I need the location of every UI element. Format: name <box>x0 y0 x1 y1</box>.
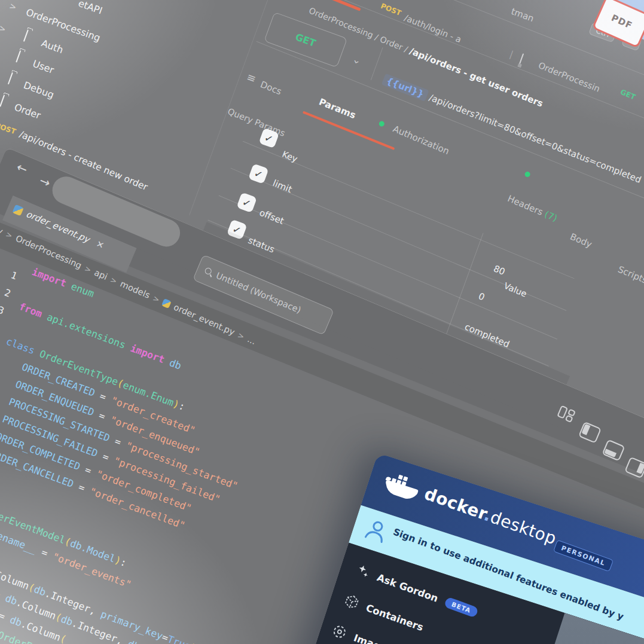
chevron-right-icon: > <box>83 264 93 274</box>
column-header-value: Value <box>502 281 528 299</box>
chevron-right-icon: > <box>109 275 118 286</box>
method-get-label: GET <box>294 31 318 49</box>
sidebar-folder-order[interactable]: Order <box>13 101 42 121</box>
docker-whale-icon <box>381 469 422 505</box>
collection-tab-icon <box>518 53 524 65</box>
tab-headers[interactable]: Headers (7) <box>506 193 558 224</box>
brand-docker: docker <box>422 484 489 523</box>
headers-label: Headers <box>506 193 545 218</box>
ask-gordon-label: Ask Gordon <box>376 572 439 605</box>
active-tab-indicator <box>325 0 361 11</box>
docs-icon: ≡ <box>245 70 258 85</box>
folder-icon <box>0 94 5 106</box>
url-variable-chip[interactable]: {{url}} <box>381 74 429 102</box>
images-label: Images <box>352 632 394 644</box>
sidebar-item-containers[interactable]: Containers <box>343 593 426 634</box>
divider <box>371 47 383 80</box>
customize-layout-icon[interactable] <box>556 405 577 425</box>
chevron-expand-icon[interactable]: > <box>8 1 17 12</box>
images-icon <box>330 622 349 641</box>
postman-app-title-fragment: tman <box>509 6 535 24</box>
request-method-post: POST <box>0 121 17 136</box>
tab-auth-login[interactable]: /auth/login - a <box>403 13 463 44</box>
beta-badge: BETA <box>444 597 478 618</box>
person-icon <box>362 515 392 545</box>
params-modified-dot <box>379 120 386 127</box>
tab-authorization[interactable]: Authorization <box>391 123 451 157</box>
headers-count: (7) <box>543 209 559 224</box>
search-icon <box>203 267 213 277</box>
folder-icon <box>16 50 21 62</box>
tab-params[interactable]: Params <box>318 96 358 121</box>
sidebar-item-images[interactable]: Images <box>330 622 394 644</box>
plan-badge: PERSONAL <box>553 539 614 572</box>
chevron-expand-icon[interactable]: > <box>0 23 7 34</box>
python-file-icon <box>12 204 24 216</box>
folder-icon <box>23 29 29 41</box>
composite-screenshot: order_event.py ✕ Py > OrderProcessing > … <box>0 0 644 644</box>
row-checkbox[interactable]: ✓ <box>248 163 269 184</box>
navigate-forward-icon[interactable]: → <box>37 173 53 191</box>
tab-body[interactable]: Body <box>569 231 594 250</box>
tab-docs[interactable]: Docs <box>259 79 283 97</box>
sidebar-collection-fragment[interactable]: etAPI <box>77 0 103 17</box>
tab-scripts[interactable]: Scripts <box>616 264 644 286</box>
chevron-down-icon[interactable]: ⌄ <box>351 53 363 67</box>
close-tab-icon[interactable]: ✕ <box>94 239 106 251</box>
pdf-label: PDF <box>610 13 634 31</box>
sidebar-folder-debug[interactable]: Debug <box>22 80 56 101</box>
folder-icon <box>8 72 13 84</box>
brand-desktop: desktop <box>488 507 560 549</box>
divider <box>316 0 644 300</box>
tab-separator: | <box>508 48 515 60</box>
python-file-icon <box>161 298 172 309</box>
navigate-back-icon[interactable]: ← <box>14 160 30 177</box>
param-value[interactable]: 80 <box>492 263 507 277</box>
tab-method-get-fragment: GET <box>619 88 637 102</box>
column-header-key: Key <box>281 149 299 164</box>
containers-cube-icon <box>343 593 361 611</box>
divider <box>302 0 644 260</box>
authorization-modified-dot <box>524 171 531 178</box>
sidebar-folder-user[interactable]: User <box>31 58 56 76</box>
chevron-right-icon: > <box>152 294 161 304</box>
chevron-right-icon: > <box>5 230 14 240</box>
sparkles-icon <box>354 562 373 581</box>
param-value[interactable]: 0 <box>477 291 486 303</box>
containers-label: Containers <box>365 602 425 633</box>
sidebar-folder-auth[interactable]: Auth <box>40 37 65 56</box>
param-key[interactable]: offset <box>258 207 285 227</box>
